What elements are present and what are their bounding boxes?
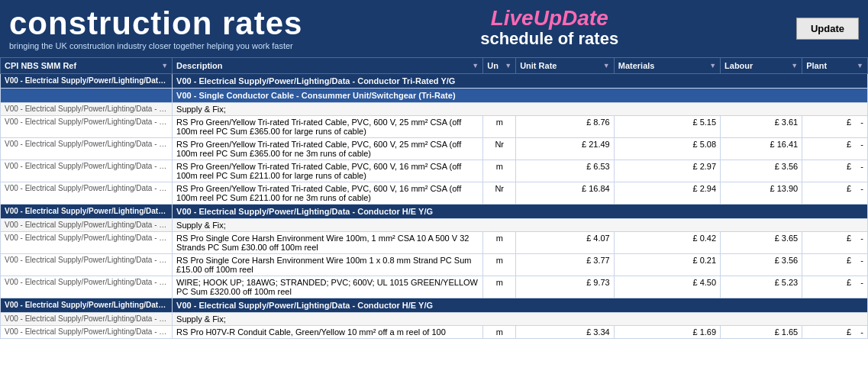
table-row: V00 - Electrical Supply/Power/Lighting/D… bbox=[1, 326, 868, 339]
liveupdate-text: LiveUpDate bbox=[480, 8, 618, 29]
data-labour-cell: £1.65 bbox=[721, 326, 802, 339]
table-row: V00 - Electrical Supply/Power/Lighting/D… bbox=[1, 160, 868, 182]
data-unit-rate-cell: £21.49 bbox=[516, 138, 615, 160]
data-ref-cell: V00 - Electrical Supply/Power/Lighting/D… bbox=[1, 326, 173, 339]
supply-ref-cell: V00 - Electrical Supply/Power/Lighting/D… bbox=[1, 313, 173, 326]
data-ref-cell: V00 - Electrical Supply/Power/Lighting/D… bbox=[1, 160, 173, 182]
data-plant-cell: £ - bbox=[802, 232, 868, 254]
data-labour-cell: £5.23 bbox=[721, 276, 802, 298]
supply-ref-cell: V00 - Electrical Supply/Power/Lighting/D… bbox=[1, 103, 173, 116]
data-unit-rate-cell: £3.34 bbox=[516, 326, 615, 339]
supply-ref-cell: V00 - Electrical Supply/Power/Lighting/D… bbox=[1, 219, 173, 232]
unit-rate-dropdown-icon[interactable]: ▼ bbox=[603, 62, 610, 69]
supply-desc-cell: Supply & Fix; bbox=[173, 103, 868, 116]
data-plant-cell: £ - bbox=[802, 326, 868, 339]
header-right: Update bbox=[796, 18, 859, 40]
data-labour-cell: £3.61 bbox=[721, 116, 802, 138]
table-row: V00 - Electrical Supply/Power/Lighting/D… bbox=[1, 182, 868, 205]
data-plant-cell: £ - bbox=[802, 254, 868, 276]
data-unit-rate-cell: £6.53 bbox=[516, 160, 615, 182]
update-button[interactable]: Update bbox=[796, 18, 859, 40]
unit-dropdown-icon[interactable]: ▼ bbox=[505, 62, 511, 69]
data-unit-rate-cell: £3.77 bbox=[516, 254, 615, 276]
data-materials-cell: £5.15 bbox=[614, 116, 720, 138]
data-unit-cell: m bbox=[483, 276, 516, 298]
col-header-unit[interactable]: Un ▼ bbox=[483, 58, 516, 74]
data-desc-cell: RS Pro Green/Yellow Tri-rated Tri-rated … bbox=[173, 160, 483, 182]
desc-dropdown-icon[interactable]: ▼ bbox=[472, 62, 479, 69]
rates-table: CPI NBS SMM Ref ▼ Description ▼ Un ▼ bbox=[0, 57, 868, 339]
data-labour-cell: £13.90 bbox=[721, 182, 802, 205]
group-ref-cell bbox=[1, 89, 173, 103]
plant-dropdown-icon[interactable]: ▼ bbox=[857, 62, 863, 69]
group-desc-cell: V00 - Single Conductor Cable - Consummer… bbox=[173, 89, 868, 103]
table-row: V00 - Electrical Supply/Power/Lighting/D… bbox=[1, 219, 868, 232]
data-materials-cell: £0.42 bbox=[614, 232, 720, 254]
table-row: V00 - Electrical Supply/Power/Lighting/D… bbox=[1, 205, 868, 219]
data-materials-cell: £5.08 bbox=[614, 138, 720, 160]
data-desc-cell: RS Pro Single Core Harsh Environment Wir… bbox=[173, 254, 483, 276]
section-desc-cell: V00 - Electrical Supply/Power/Lighting/D… bbox=[173, 298, 868, 313]
data-ref-cell: V00 - Electrical Supply/Power/Lighting/D… bbox=[1, 182, 173, 205]
table-row: V00 - Single Conductor Cable - Consummer… bbox=[1, 89, 868, 103]
app-header: construction rates bringing the UK const… bbox=[0, 0, 868, 57]
data-desc-cell: WIRE; HOOK UP; 18AWG; STRANDED; PVC; 600… bbox=[173, 276, 483, 298]
data-labour-cell: £3.56 bbox=[721, 254, 802, 276]
table-row: V00 - Electrical Supply/Power/Lighting/D… bbox=[1, 276, 868, 298]
col-header-desc[interactable]: Description ▼ bbox=[173, 58, 483, 74]
schedule-text: schedule of rates bbox=[480, 29, 618, 49]
section-ref-cell: V00 - Electrical Supply/Power/Lighting/D… bbox=[1, 74, 173, 89]
table-row: V00 - Electrical Supply/Power/Lighting/D… bbox=[1, 313, 868, 326]
data-ref-cell: V00 - Electrical Supply/Power/Lighting/D… bbox=[1, 276, 173, 298]
table-row: V00 - Electrical Supply/Power/Lighting/D… bbox=[1, 254, 868, 276]
data-ref-cell: V00 - Electrical Supply/Power/Lighting/D… bbox=[1, 138, 173, 160]
data-ref-cell: V00 - Electrical Supply/Power/Lighting/D… bbox=[1, 232, 173, 254]
data-unit-cell: m bbox=[483, 116, 516, 138]
data-unit-rate-cell: £8.76 bbox=[516, 116, 615, 138]
section-ref-cell: V00 - Electrical Supply/Power/Lighting/D… bbox=[1, 298, 173, 313]
data-desc-cell: RS Pro Single Core Harsh Environment Wir… bbox=[173, 232, 483, 254]
data-plant-cell: £ - bbox=[802, 182, 868, 205]
ref-dropdown-icon[interactable]: ▼ bbox=[161, 62, 168, 69]
col-header-unit-rate[interactable]: Unit Rate ▼ bbox=[516, 58, 615, 74]
materials-dropdown-icon[interactable]: ▼ bbox=[709, 62, 716, 69]
table-row: V00 - Electrical Supply/Power/Lighting/D… bbox=[1, 74, 868, 89]
data-plant-cell: £ - bbox=[802, 138, 868, 160]
data-plant-cell: £ - bbox=[802, 160, 868, 182]
table-row: V00 - Electrical Supply/Power/Lighting/D… bbox=[1, 138, 868, 160]
data-desc-cell: RS Pro Green/Yellow Tri-rated Tri-rated … bbox=[173, 138, 483, 160]
data-materials-cell: £1.69 bbox=[614, 326, 720, 339]
header-center: LiveUpDate schedule of rates bbox=[480, 8, 618, 49]
data-desc-cell: RS Pro Green/Yellow Tri-rated Tri-rated … bbox=[173, 116, 483, 138]
supply-desc-cell: Supply & Fix; bbox=[173, 313, 868, 326]
labour-dropdown-icon[interactable]: ▼ bbox=[791, 62, 798, 69]
data-unit-cell: m bbox=[483, 254, 516, 276]
section-desc-cell: V00 - Electrical Supply/Power/Lighting/D… bbox=[173, 74, 868, 89]
data-desc-cell: RS Pro Green/Yellow Tri-rated Tri-rated … bbox=[173, 182, 483, 205]
data-materials-cell: £0.21 bbox=[614, 254, 720, 276]
app-subtitle: bringing the UK construction industry cl… bbox=[9, 41, 302, 50]
header-branding: construction rates bringing the UK const… bbox=[9, 8, 302, 50]
data-labour-cell: £16.41 bbox=[721, 138, 802, 160]
table-header-row: CPI NBS SMM Ref ▼ Description ▼ Un ▼ bbox=[1, 58, 868, 74]
data-labour-cell: £3.56 bbox=[721, 160, 802, 182]
app-title: construction rates bbox=[9, 8, 302, 40]
section-ref-cell: V00 - Electrical Supply/Power/Lighting/D… bbox=[1, 205, 173, 219]
data-unit-rate-cell: £16.84 bbox=[516, 182, 615, 205]
table-row: V00 - Electrical Supply/Power/Lighting/D… bbox=[1, 116, 868, 138]
data-materials-cell: £2.94 bbox=[614, 182, 720, 205]
col-header-plant[interactable]: Plant ▼ bbox=[802, 58, 868, 74]
col-header-labour[interactable]: Labour ▼ bbox=[721, 58, 802, 74]
col-header-materials[interactable]: Materials ▼ bbox=[614, 58, 720, 74]
data-unit-rate-cell: £9.73 bbox=[516, 276, 615, 298]
data-desc-cell: RS Pro H07V-R Conduit Cable, Green/Yello… bbox=[173, 326, 483, 339]
table-row: V00 - Electrical Supply/Power/Lighting/D… bbox=[1, 232, 868, 254]
data-plant-cell: £ - bbox=[802, 276, 868, 298]
data-unit-cell: m bbox=[483, 232, 516, 254]
supply-desc-cell: Supply & Fix; bbox=[173, 219, 868, 232]
section-desc-cell: V00 - Electrical Supply/Power/Lighting/D… bbox=[173, 205, 868, 219]
data-unit-cell: Nr bbox=[483, 138, 516, 160]
col-header-ref[interactable]: CPI NBS SMM Ref ▼ bbox=[1, 58, 173, 74]
main-table-container: CPI NBS SMM Ref ▼ Description ▼ Un ▼ bbox=[0, 57, 868, 339]
data-labour-cell: £3.65 bbox=[721, 232, 802, 254]
